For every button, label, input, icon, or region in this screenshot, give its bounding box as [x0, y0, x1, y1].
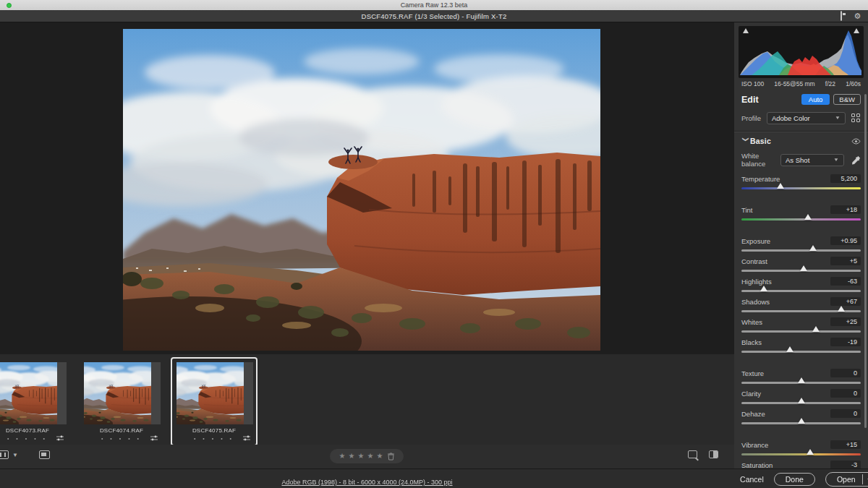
slider-track[interactable]: [741, 249, 861, 252]
slider-thumb[interactable]: [807, 449, 814, 455]
app-header-bar: DSCF4075.RAF (1/3 Selected) - Fujifilm X…: [0, 10, 868, 22]
slider-thumb[interactable]: [804, 214, 812, 220]
slider-track[interactable]: [741, 453, 861, 455]
slider-label: Texture: [741, 369, 764, 377]
shadow-clipping-icon: [743, 28, 749, 33]
slider-value[interactable]: -63: [830, 277, 861, 286]
slider-thumb[interactable]: [800, 265, 807, 271]
slider-track[interactable]: [741, 290, 861, 292]
slider-thumb[interactable]: [838, 306, 845, 312]
slider-thumb[interactable]: [812, 326, 820, 332]
slider-value[interactable]: +67: [830, 297, 861, 306]
thumbnail-image[interactable]: [176, 362, 253, 424]
slider-track[interactable]: [741, 422, 861, 424]
bottom-bar: Adobe RGB (1998) - 8 bit - 6000 x 4000 (…: [0, 468, 868, 488]
slider-value[interactable]: 0: [830, 409, 861, 418]
thumbnail-dscf4074[interactable]: DSCF4074.RAF• • • • •: [78, 357, 165, 446]
open-button[interactable]: Open ▼: [825, 472, 868, 487]
white-balance-value: As Shot: [786, 156, 809, 164]
open-button-label: Open: [837, 475, 856, 484]
slider-track[interactable]: [741, 330, 861, 333]
slider-track[interactable]: [741, 402, 861, 404]
slider-dehaze: Dehaze0: [741, 409, 861, 424]
slider-label: Temperature: [741, 175, 780, 183]
workflow-options-link[interactable]: Adobe RGB (1998) - 8 bit - 6000 x 4000 (…: [281, 479, 452, 486]
slider-thumb[interactable]: [777, 183, 784, 189]
eyedropper-icon[interactable]: [851, 155, 861, 165]
panel-scrollbar[interactable]: [864, 94, 867, 428]
thumbnail-dscf4073[interactable]: DSCF4073.RAF• • • • •: [0, 357, 71, 446]
histogram[interactable]: [739, 26, 864, 78]
white-balance-select[interactable]: As Shot ▼: [780, 154, 844, 166]
slider-value[interactable]: -3: [830, 461, 861, 468]
chevron-down-icon[interactable]: ▼: [12, 452, 18, 458]
rating-star-5[interactable]: ★: [376, 450, 383, 463]
slider-thumb[interactable]: [798, 418, 805, 424]
trash-icon[interactable]: [388, 453, 394, 461]
window-title: Camera Raw 12.3 beta: [401, 1, 468, 9]
thumbnail-filename: DSCF4073.RAF: [0, 427, 65, 434]
rating-star-3[interactable]: ★: [358, 450, 365, 463]
gear-icon[interactable]: ⚙: [853, 12, 862, 21]
slider-whites: Whites+25: [741, 317, 861, 333]
rating-star-1[interactable]: ★: [339, 450, 346, 463]
slider-vibrance: Vibrance+15: [741, 440, 861, 455]
main-photo[interactable]: [123, 29, 600, 351]
slider-exposure: Exposure+0.95: [741, 236, 861, 252]
thumbnail-rating-dots[interactable]: • • • • •: [194, 435, 234, 442]
basic-section-header[interactable]: ❯ Basic: [734, 132, 868, 150]
slider-thumb[interactable]: [760, 286, 767, 291]
slider-shadows: Shadows+67: [741, 297, 861, 312]
slider-track[interactable]: [741, 382, 861, 384]
slider-track[interactable]: [741, 218, 861, 221]
shutter-value: 1/60s: [846, 80, 861, 87]
bw-button[interactable]: B&W: [833, 94, 861, 105]
slider-track[interactable]: [741, 187, 861, 189]
slider-thumb[interactable]: [786, 346, 793, 352]
slider-value[interactable]: +5: [830, 257, 861, 265]
slider-value[interactable]: +18: [830, 205, 861, 214]
done-button[interactable]: Done: [774, 473, 815, 486]
slider-blacks: Blacks-19: [741, 338, 861, 353]
rating-star-4[interactable]: ★: [367, 450, 373, 463]
grid-view-icon[interactable]: [39, 450, 50, 459]
slider-value[interactable]: +15: [830, 440, 861, 449]
profile-select[interactable]: Adobe Color ▼: [767, 112, 846, 124]
slider-label: Dehaze: [741, 410, 765, 418]
slider-track[interactable]: [741, 270, 861, 272]
macos-titlebar: Camera Raw 12.3 beta: [0, 0, 868, 10]
slider-thumb[interactable]: [798, 398, 805, 403]
slider-thumb[interactable]: [809, 245, 817, 251]
filmstrip-view-icon[interactable]: [0, 450, 9, 459]
slider-value[interactable]: +25: [830, 317, 861, 326]
filmstrip-toolbar: ▼ ★★★★★: [0, 445, 734, 468]
fullscreen-toggle-icon[interactable]: [836, 12, 846, 21]
slider-track[interactable]: [741, 351, 861, 353]
slider-label: Shadows: [741, 298, 770, 306]
slider-value[interactable]: 0: [830, 369, 861, 377]
slider-label: Tint: [741, 206, 752, 214]
thumbnail-image[interactable]: [84, 362, 161, 424]
iso-value: ISO 100: [741, 80, 764, 87]
slider-thumb[interactable]: [798, 377, 805, 383]
auto-button[interactable]: Auto: [801, 94, 830, 105]
zoom-preview-icon[interactable]: [688, 450, 697, 458]
slider-value[interactable]: 0: [830, 389, 861, 398]
slider-label: Highlights: [741, 278, 772, 286]
thumbnail-rating-dots[interactable]: • • • • •: [101, 435, 142, 442]
slider-track[interactable]: [741, 310, 861, 312]
traffic-light-green[interactable]: [7, 3, 12, 8]
thumbnail-image[interactable]: [0, 362, 67, 424]
slider-value[interactable]: +0.95: [830, 236, 861, 245]
cancel-button[interactable]: Cancel: [740, 475, 764, 484]
profile-browser-icon[interactable]: [851, 114, 861, 123]
thumbnail-rating-dots[interactable]: • • • • •: [7, 435, 48, 442]
thumbnail-filename: DSCF4075.RAF: [176, 427, 252, 434]
camera-raw-window: Camera Raw 12.3 beta DSCF4075.RAF (1/3 S…: [0, 0, 868, 488]
visibility-eye-icon[interactable]: [851, 138, 861, 145]
before-after-icon[interactable]: [709, 450, 718, 458]
thumbnail-dscf4075[interactable]: DSCF4075.RAF• • • • •: [171, 357, 258, 446]
slider-value[interactable]: -19: [830, 338, 861, 346]
slider-value[interactable]: 5,200: [830, 174, 861, 183]
rating-star-2[interactable]: ★: [349, 450, 355, 463]
